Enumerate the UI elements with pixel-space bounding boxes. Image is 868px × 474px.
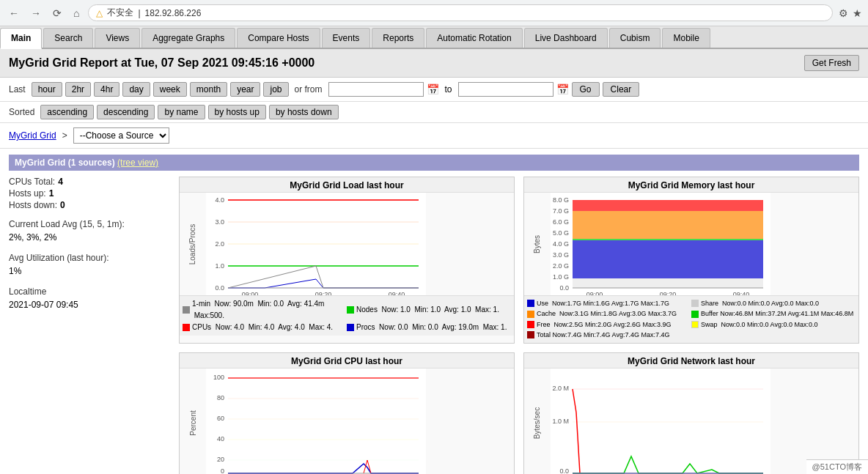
sort-by-hosts-up-button[interactable]: by hosts up (208, 105, 266, 119)
address-bar[interactable]: △ 不安全 | 182.92.86.226 (88, 4, 833, 21)
tree-view-link[interactable]: (tree view) (117, 158, 158, 168)
to-calendar-icon[interactable]: 📅 (556, 84, 569, 95)
network-y-label: Bytes/sec (534, 407, 542, 439)
stats-basic: CPUs Total: 4 Hosts up: 1 Hosts down: 0 (9, 177, 170, 210)
cpus-total-row: CPUs Total: 4 (9, 177, 170, 187)
svg-rect-27 (573, 239, 763, 240)
hosts-up-value: 1 (49, 188, 54, 199)
util-value: 1% (9, 264, 170, 278)
year-button[interactable]: year (230, 82, 260, 97)
svg-text:80: 80 (217, 394, 224, 401)
back-button[interactable]: ← (6, 6, 22, 21)
tab-live-dashboard[interactable]: Live Dashboard (524, 28, 608, 48)
cpus-total-label: CPUs Total: (9, 177, 55, 187)
svg-text:20: 20 (217, 456, 224, 463)
memory-chart-svg: 8.0 G 7.0 G 6.0 G 5.0 G 4.0 G 3.0 G 2.0 … (551, 193, 770, 295)
hosts-down-label: Hosts down: (9, 200, 57, 210)
refresh-button[interactable]: ⟳ (50, 6, 65, 21)
cpus-total-value: 4 (58, 177, 63, 187)
localtime-label: Localtime (9, 285, 170, 298)
tab-compare-hosts[interactable]: Compare Hosts (237, 28, 320, 48)
go-button[interactable]: Go (572, 82, 600, 97)
svg-text:09:40: 09:40 (389, 291, 405, 295)
svg-text:100: 100 (213, 374, 224, 381)
memory-chart-container: MyGrid Grid Memory last hour Bytes 8.0 G… (523, 177, 859, 344)
svg-text:0.0: 0.0 (215, 284, 224, 292)
address-text: 182.92.86.226 (145, 8, 202, 18)
month-button[interactable]: month (190, 82, 227, 97)
svg-text:7.0 G: 7.0 G (553, 207, 569, 215)
to-date-input[interactable] (458, 82, 553, 97)
tab-automatic-rotation[interactable]: Automatic Rotation (426, 28, 522, 48)
sort-descending-button[interactable]: descending (97, 105, 155, 119)
tab-views[interactable]: Views (95, 28, 140, 48)
get-fresh-button[interactable]: Get Fresh (804, 55, 859, 71)
svg-text:09:00: 09:00 (242, 291, 259, 295)
cpu-chart-container: MyGrid Grid CPU last hour Percent 100 80… (179, 352, 515, 474)
security-warning-text: 不安全 (107, 7, 133, 19)
tab-cubism[interactable]: Cubism (609, 28, 661, 48)
memory-y-label: Bytes (533, 234, 541, 253)
svg-text:2.0 M: 2.0 M (552, 385, 569, 392)
tab-reports[interactable]: Reports (372, 28, 424, 48)
grid-section-header: MyGrid Grid (1 sources) (tree view) (9, 155, 859, 171)
extensions-icon[interactable]: ⚙ (839, 7, 848, 19)
job-button[interactable]: job (263, 82, 288, 97)
sort-row: Sorted ascending descending by name by h… (0, 102, 868, 123)
hosts-down-row: Hosts down: 0 (9, 200, 170, 210)
tab-aggregate-graphs[interactable]: Aggregate Graphs (141, 28, 235, 48)
2hr-button[interactable]: 2hr (65, 82, 91, 97)
svg-text:4.0: 4.0 (215, 196, 224, 204)
svg-text:09:40: 09:40 (733, 291, 750, 295)
sort-ascending-button[interactable]: ascending (40, 105, 94, 119)
network-chart-svg: 2.0 M 1.0 M 0.0 (551, 369, 770, 474)
hosts-up-row: Hosts up: 1 (9, 188, 170, 199)
memory-chart-title: MyGrid Grid Memory last hour (524, 177, 858, 193)
svg-text:8.0 G: 8.0 G (553, 196, 569, 204)
from-date-input[interactable] (328, 82, 424, 97)
load-avg-value: 2%, 3%, 2% (9, 231, 170, 244)
svg-text:0.0: 0.0 (559, 284, 569, 292)
load-chart-container: MyGrid Grid Load last hour Loads/Procs (179, 177, 515, 344)
charts-area: MyGrid Grid Load last hour Loads/Procs (179, 177, 859, 474)
grid-section-title: MyGrid Grid (1 sources) (15, 158, 117, 168)
from-calendar-icon[interactable]: 📅 (427, 84, 439, 95)
clear-button[interactable]: Clear (603, 82, 640, 97)
hour-button[interactable]: hour (32, 82, 62, 97)
forward-button[interactable]: → (28, 6, 44, 21)
source-arrow: > (62, 130, 67, 141)
stats-util: Avg Utilization (last hour): 1% (9, 251, 170, 278)
svg-rect-28 (573, 240, 763, 278)
svg-text:1.0 G: 1.0 G (553, 273, 569, 281)
sorted-label: Sorted (9, 107, 34, 117)
svg-text:2.0: 2.0 (215, 240, 224, 248)
4hr-button[interactable]: 4hr (94, 82, 119, 97)
week-button[interactable]: week (153, 82, 187, 97)
tab-events[interactable]: Events (322, 28, 371, 48)
tab-main[interactable]: Main (0, 28, 42, 49)
sort-by-hosts-down-button[interactable]: by hosts down (269, 105, 339, 119)
cpu-chart-svg: 100 80 60 40 20 0 (206, 369, 426, 474)
time-controls-row: Last hour 2hr 4hr day week month year jo… (0, 78, 868, 102)
security-warning-icon: △ (96, 8, 103, 18)
source-select[interactable]: --Choose a Source (73, 127, 169, 144)
stats-load: Current Load Avg (15, 5, 1m): 2%, 3%, 2% (9, 218, 170, 244)
grid-link[interactable]: MyGrid Grid (9, 130, 56, 141)
svg-text:3.0: 3.0 (215, 218, 224, 226)
sort-by-name-button[interactable]: by name (158, 105, 205, 119)
svg-rect-26 (573, 211, 763, 239)
home-button[interactable]: ⌂ (70, 6, 82, 21)
tab-mobile[interactable]: Mobile (662, 28, 710, 48)
day-button[interactable]: day (122, 82, 150, 97)
page-title: MyGrid Grid Report at Tue, 07 Sep 2021 0… (9, 56, 315, 70)
footer: @51CTO博客 (806, 459, 868, 474)
bookmark-icon[interactable]: ★ (853, 7, 862, 19)
load-y-label: Loads/Procs (189, 223, 197, 264)
svg-rect-29 (573, 278, 763, 288)
tab-search[interactable]: Search (43, 28, 93, 48)
svg-text:1.0 M: 1.0 M (552, 418, 569, 425)
util-label: Avg Utilization (last hour): (9, 251, 170, 264)
svg-text:6.0 G: 6.0 G (553, 218, 569, 226)
load-avg-label: Current Load Avg (15, 5, 1m): (9, 218, 170, 231)
hosts-down-value: 0 (60, 200, 65, 210)
